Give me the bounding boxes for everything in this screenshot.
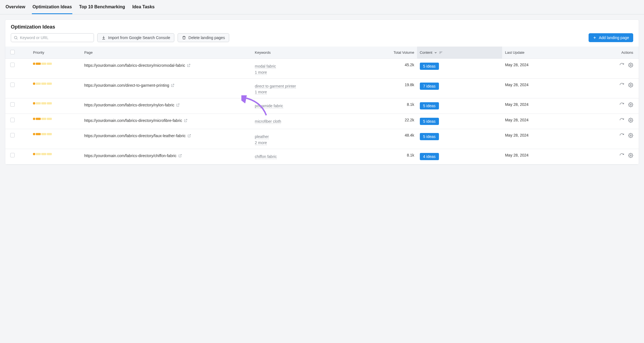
col-keywords[interactable]: Keywords — [252, 47, 349, 59]
page-url[interactable]: https://yourdomain.com/direct-to-garment… — [84, 83, 249, 88]
tab-top-10-benchmarking[interactable]: Top 10 Benchmarking — [78, 3, 126, 14]
row-checkbox[interactable] — [10, 102, 15, 107]
ideas-badge[interactable]: 7 ideas — [420, 83, 439, 90]
search-input[interactable] — [11, 33, 94, 42]
total-volume: 48.4k — [405, 133, 414, 137]
table-row: https://yourdomain.com/fabrics-directory… — [5, 98, 639, 114]
keyword-more[interactable]: 1 more — [255, 70, 267, 75]
refresh-icon[interactable] — [619, 63, 624, 68]
tab-overview[interactable]: Overview — [5, 3, 26, 14]
external-link-icon[interactable] — [187, 134, 191, 138]
ideas-badge[interactable]: 4 ideas — [420, 153, 439, 160]
top-tabs: OverviewOptimization IdeasTop 10 Benchma… — [0, 0, 644, 14]
col-page[interactable]: Page — [81, 47, 252, 59]
keyword-link[interactable]: direct to garment printer — [255, 84, 296, 89]
svg-rect-4 — [439, 53, 441, 53]
table-row: https://yourdomain.com/direct-to-garment… — [5, 78, 639, 98]
keyword-link[interactable]: microfiber cloth — [255, 119, 281, 124]
svg-point-7 — [630, 104, 632, 106]
ideas-table: Priority Page Keywords Total Volume Cont… — [5, 47, 639, 165]
ideas-badge[interactable]: 5 ideas — [420, 63, 439, 70]
page-url[interactable]: https://yourdomain.com/fabrics-directory… — [84, 118, 249, 124]
refresh-icon[interactable] — [619, 153, 624, 159]
svg-point-6 — [630, 84, 632, 86]
tab-idea-tasks[interactable]: Idea Tasks — [132, 3, 155, 14]
priority-bar — [33, 153, 79, 155]
ideas-badge[interactable]: 5 ideas — [420, 118, 439, 125]
row-checkbox[interactable] — [10, 133, 15, 137]
priority-bar — [33, 133, 79, 135]
import-icon — [101, 35, 106, 40]
external-link-icon[interactable] — [176, 103, 180, 107]
keyword-link[interactable]: polyamide fabric — [255, 104, 283, 108]
total-volume: 45.2k — [405, 63, 414, 67]
total-volume: 8.1k — [407, 153, 414, 157]
delete-button[interactable]: Delete landing pages — [178, 33, 229, 42]
ideas-badge[interactable]: 5 ideas — [420, 102, 439, 109]
page-url[interactable]: https://yourdomain.com/fabrics-directory… — [84, 63, 249, 68]
page-url[interactable]: https://yourdomain.com/fabrics-directory… — [84, 102, 249, 108]
delete-label: Delete landing pages — [188, 35, 225, 40]
priority-bar — [33, 63, 79, 65]
page-url[interactable]: https://yourdomain.com/fabrics-directory… — [84, 133, 249, 139]
gear-icon[interactable] — [628, 102, 633, 108]
panel-title: Optimization Ideas — [5, 20, 639, 33]
refresh-icon[interactable] — [619, 118, 624, 124]
tab-optimization-ideas[interactable]: Optimization Ideas — [32, 3, 72, 14]
refresh-icon[interactable] — [619, 102, 624, 108]
import-button[interactable]: Import from Google Search Console — [97, 33, 174, 42]
svg-point-0 — [14, 36, 17, 39]
refresh-icon[interactable] — [619, 133, 624, 139]
last-update: May 28, 2024 — [505, 153, 528, 157]
optimization-panel: Optimization Ideas Import from Google Se… — [5, 19, 639, 165]
page-url[interactable]: https://yourdomain.com/fabrics-directory… — [84, 153, 249, 159]
gear-icon[interactable] — [628, 153, 633, 159]
priority-bar — [33, 83, 79, 85]
svg-rect-3 — [439, 52, 441, 53]
table-row: https://yourdomain.com/fabrics-directory… — [5, 59, 639, 79]
keyword-link[interactable]: chiffon fabric — [255, 154, 277, 159]
keyword-more[interactable]: 1 more — [255, 90, 267, 94]
keyword-link[interactable]: pleather — [255, 134, 269, 139]
gear-icon[interactable] — [628, 118, 633, 124]
plus-icon — [593, 36, 597, 40]
last-update: May 28, 2024 — [505, 118, 528, 122]
row-checkbox[interactable] — [10, 83, 15, 87]
row-checkbox[interactable] — [10, 153, 15, 157]
col-update[interactable]: Last Update — [502, 47, 587, 59]
table-row: https://yourdomain.com/fabrics-directory… — [5, 149, 639, 164]
ideas-badge[interactable]: 5 ideas — [420, 133, 439, 140]
refresh-icon[interactable] — [619, 83, 624, 88]
keyword-link[interactable]: modal fabric — [255, 64, 276, 69]
keyword-more[interactable]: 2 more — [255, 140, 267, 145]
gear-icon[interactable] — [628, 83, 633, 88]
col-content[interactable]: Content — [417, 47, 502, 59]
external-link-icon[interactable] — [184, 118, 188, 123]
priority-bar — [33, 102, 79, 104]
add-landing-page-button[interactable]: Add landing page — [589, 33, 633, 42]
total-volume: 19.8k — [405, 83, 414, 87]
select-all-checkbox[interactable] — [10, 50, 15, 54]
col-priority[interactable]: Priority — [30, 47, 81, 59]
col-volume[interactable]: Total Volume — [349, 47, 417, 59]
table-row: https://yourdomain.com/fabrics-directory… — [5, 129, 639, 149]
gear-icon[interactable] — [628, 133, 633, 139]
last-update: May 28, 2024 — [505, 83, 528, 87]
external-link-icon[interactable] — [187, 63, 191, 68]
add-label: Add landing page — [599, 35, 629, 40]
external-link-icon[interactable] — [171, 83, 175, 88]
total-volume: 8.1k — [407, 102, 414, 107]
external-link-icon[interactable] — [178, 153, 182, 158]
gear-icon[interactable] — [628, 63, 633, 68]
search-wrap — [11, 33, 94, 42]
search-icon — [14, 35, 18, 40]
col-actions: Actions — [587, 47, 639, 59]
trash-icon — [182, 35, 186, 40]
total-volume: 22.2k — [405, 118, 414, 122]
priority-bar — [33, 118, 79, 120]
svg-point-10 — [630, 155, 632, 156]
row-checkbox[interactable] — [10, 63, 15, 67]
chevron-down-icon — [434, 51, 437, 54]
last-update: May 28, 2024 — [505, 102, 528, 107]
row-checkbox[interactable] — [10, 118, 15, 122]
